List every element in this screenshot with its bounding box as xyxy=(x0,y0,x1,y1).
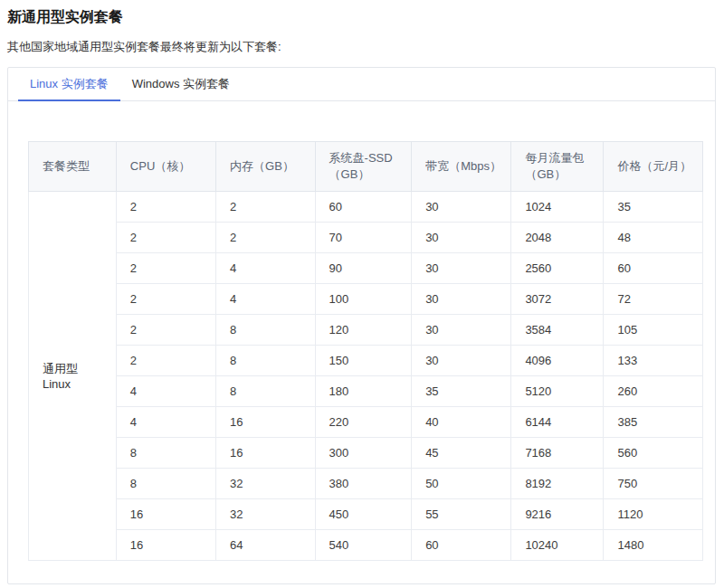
table-cell: 2560 xyxy=(511,253,604,284)
page-subtitle: 其他国家地域通用型实例套餐最终将更新为以下套餐: xyxy=(7,40,716,54)
column-header: 价格（元/月） xyxy=(604,142,703,192)
table-row: 166454060102401480 xyxy=(29,530,703,561)
table-cell: 220 xyxy=(315,407,412,438)
table-cell: 30 xyxy=(412,315,511,346)
table-cell: 2 xyxy=(116,346,215,376)
table-cell: 1120 xyxy=(604,499,703,530)
instance-type-cell: 通用型 Linux xyxy=(29,192,117,561)
table-cell: 8192 xyxy=(511,469,604,499)
table-cell: 8 xyxy=(216,346,316,376)
table-cell: 105 xyxy=(604,315,703,346)
table-row: 48180355120260 xyxy=(29,376,703,407)
table-cell: 150 xyxy=(315,346,412,376)
table-cell: 3072 xyxy=(511,284,604,315)
column-header: 带宽（Mbps） xyxy=(412,142,511,192)
page: { "page": { "title": "新通用型实例套餐", "subtit… xyxy=(0,0,724,588)
table-row: 2410030307272 xyxy=(29,284,703,315)
table-cell: 3584 xyxy=(511,315,604,346)
table-cell: 30 xyxy=(412,253,511,284)
table-row: 通用型 Linux226030102435 xyxy=(29,192,703,223)
table-cell: 30 xyxy=(412,346,511,376)
tab-content: 套餐类型CPU（核）内存（GB）系统盘-SSD（GB）带宽（Mbps）每月流量包… xyxy=(8,101,715,588)
table-cell: 16 xyxy=(116,530,215,561)
table-cell: 750 xyxy=(604,469,703,499)
table-cell: 2 xyxy=(116,315,215,346)
table-cell: 32 xyxy=(216,469,316,499)
column-header: CPU（核） xyxy=(116,142,215,192)
table-cell: 120 xyxy=(315,315,412,346)
table-cell: 385 xyxy=(604,407,703,438)
table-cell: 180 xyxy=(315,376,412,407)
table-cell: 4 xyxy=(116,407,215,438)
table-cell: 70 xyxy=(315,223,412,253)
table-cell: 2 xyxy=(116,223,215,253)
tab-windows-plans[interactable]: Windows 实例套餐 xyxy=(120,68,242,100)
table-cell: 55 xyxy=(412,499,511,530)
page-title: 新通用型实例套餐 xyxy=(7,9,716,25)
table-cell: 60 xyxy=(412,530,511,561)
table-cell: 6144 xyxy=(511,407,604,438)
table-cell: 9216 xyxy=(511,499,604,530)
table-cell: 540 xyxy=(315,530,412,561)
table-cell: 2048 xyxy=(511,223,604,253)
table-cell: 8 xyxy=(216,315,316,346)
table-row: 28120303584105 xyxy=(29,315,703,346)
column-header: 系统盘-SSD（GB） xyxy=(315,142,412,192)
table-cell: 48 xyxy=(604,223,703,253)
table-cell: 5120 xyxy=(511,376,604,407)
table-cell: 4 xyxy=(116,376,215,407)
table-cell: 16 xyxy=(116,499,215,530)
column-header: 套餐类型 xyxy=(29,142,117,192)
table-cell: 2 xyxy=(116,253,215,284)
table-cell: 45 xyxy=(412,438,511,469)
table-cell: 90 xyxy=(315,253,412,284)
table-cell: 1480 xyxy=(604,530,703,561)
table-cell: 30 xyxy=(412,223,511,253)
column-header: 内存（GB） xyxy=(216,142,316,192)
table-cell: 2 xyxy=(116,284,215,315)
table-cell: 16 xyxy=(216,407,316,438)
table-cell: 560 xyxy=(604,438,703,469)
table-cell: 2 xyxy=(116,192,215,223)
table-cell: 8 xyxy=(116,438,215,469)
tab-linux-plans[interactable]: Linux 实例套餐 xyxy=(18,68,120,100)
table-cell: 260 xyxy=(604,376,703,407)
table-cell: 450 xyxy=(315,499,412,530)
tab-bar: Linux 实例套餐 Windows 实例套餐 xyxy=(8,68,715,101)
table-cell: 4 xyxy=(216,284,316,315)
table-cell: 4096 xyxy=(511,346,604,376)
table-cell: 30 xyxy=(412,284,511,315)
table-row: 816300457168560 xyxy=(29,438,703,469)
pricing-table: 套餐类型CPU（核）内存（GB）系统盘-SSD（GB）带宽（Mbps）每月流量包… xyxy=(28,141,703,561)
table-cell: 300 xyxy=(315,438,412,469)
table-cell: 2 xyxy=(216,192,316,223)
table-cell: 2 xyxy=(216,223,316,253)
table-cell: 1024 xyxy=(511,192,604,223)
table-cell: 133 xyxy=(604,346,703,376)
table-cell: 40 xyxy=(412,407,511,438)
table-header: 套餐类型CPU（核）内存（GB）系统盘-SSD（GB）带宽（Mbps）每月流量包… xyxy=(29,142,703,192)
table-cell: 8 xyxy=(116,469,215,499)
table-body: 通用型 Linux2260301024352270302048482490302… xyxy=(29,192,703,561)
header-row: 套餐类型CPU（核）内存（GB）系统盘-SSD（GB）带宽（Mbps）每月流量包… xyxy=(29,142,703,192)
table-row: 16324505592161120 xyxy=(29,499,703,530)
table-cell: 35 xyxy=(412,376,511,407)
table-cell: 7168 xyxy=(511,438,604,469)
table-cell: 100 xyxy=(315,284,412,315)
table-cell: 72 xyxy=(604,284,703,315)
table-cell: 32 xyxy=(216,499,316,530)
table-row: 249030256060 xyxy=(29,253,703,284)
table-cell: 60 xyxy=(604,253,703,284)
table-cell: 380 xyxy=(315,469,412,499)
instance-plans-panel: Linux 实例套餐 Windows 实例套餐 套餐类型CPU（核）内存（GB）… xyxy=(7,67,716,584)
table-cell: 30 xyxy=(412,192,511,223)
table-row: 227030204848 xyxy=(29,223,703,253)
table-cell: 8 xyxy=(216,376,316,407)
table-cell: 60 xyxy=(315,192,412,223)
table-cell: 35 xyxy=(604,192,703,223)
table-cell: 50 xyxy=(412,469,511,499)
table-row: 832380508192750 xyxy=(29,469,703,499)
table-row: 416220406144385 xyxy=(29,407,703,438)
table-cell: 4 xyxy=(216,253,316,284)
table-cell: 16 xyxy=(216,438,316,469)
